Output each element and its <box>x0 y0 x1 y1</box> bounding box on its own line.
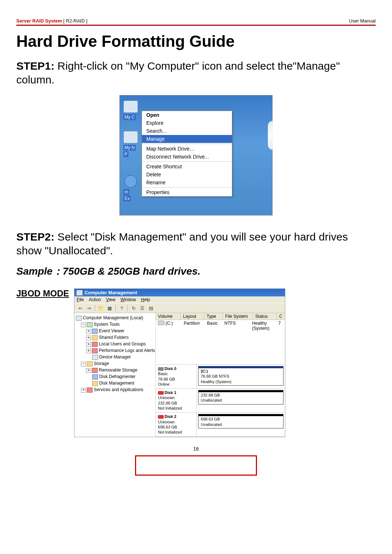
ctx-map-drive[interactable]: Map Network Drive... <box>142 145 232 153</box>
menu-help[interactable]: Help <box>141 297 150 302</box>
menu-view[interactable]: View <box>106 297 115 302</box>
toolbar-refresh[interactable]: ↻ <box>130 304 137 312</box>
my-computer-label: My C <box>123 114 136 120</box>
vol-type: Basic <box>207 321 224 331</box>
tree-services[interactable]: +Services and Applications <box>76 386 154 393</box>
model: [ R2-RAID ] <box>63 18 87 24</box>
menu-action[interactable]: Action <box>89 297 101 302</box>
col-status[interactable]: Status <box>253 313 277 320</box>
ctx-explore[interactable]: Explore <box>142 119 232 127</box>
tree-local-users[interactable]: +Local Users and Groups <box>76 341 154 347</box>
cm-toolbar: ⇐ ⇒ 📁 ▦ ? ↻ ☰ ▤ <box>74 303 285 313</box>
disk0-info[interactable]: Disk 0 Basic 76.68 GB Online <box>156 365 197 388</box>
toolbar-up[interactable]: 📁 <box>97 304 105 312</box>
network-icon <box>123 131 138 143</box>
my-computer-desktop-icon[interactable]: My C <box>123 100 138 120</box>
cm-menubar: File Action View Window Help <box>74 296 285 303</box>
menu-file[interactable]: File <box>77 297 83 302</box>
col-layout[interactable]: Layout <box>181 313 204 320</box>
ctx-manage[interactable]: Manage <box>142 135 232 143</box>
wallpaper-cloud <box>268 121 273 150</box>
toolbar-props-icon[interactable]: ☰ <box>139 304 146 312</box>
my-network-desktop-icon[interactable]: My N P <box>123 131 138 157</box>
tree-system-tools[interactable]: −System Tools <box>76 321 154 328</box>
expand-icon[interactable]: + <box>81 388 86 393</box>
page-title: Hard Drive Formatting Guide <box>16 32 376 50</box>
cm-title-text: Computer Management <box>85 290 137 295</box>
col-type[interactable]: Type <box>204 313 223 320</box>
volume-row[interactable]: (C:) Partition Basic NTFS Healthy (Syste… <box>156 320 285 332</box>
disk-icon <box>158 415 164 419</box>
ctx-create-shortcut[interactable]: Create Shortcut <box>142 163 232 171</box>
step1-label: STEP1: <box>16 60 54 72</box>
computer-icon <box>76 316 82 321</box>
tree-perf-logs[interactable]: +Performance Logs and Alerts <box>76 347 154 354</box>
context-menu: Open Explore Search... Manage Map Networ… <box>142 111 232 197</box>
desktop-icons: My C My N P In Ex <box>123 100 138 212</box>
ctx-disconnect-drive[interactable]: Disconnect Network Drive... <box>142 153 232 161</box>
ctx-rename[interactable]: Rename <box>142 178 232 186</box>
disk-panel: Disk 0 Basic 76.68 GB Online (C:) 76.68 … <box>156 364 285 437</box>
header-left: Server RAID System [ R2-RAID ] <box>16 18 87 24</box>
menu-window[interactable]: Window <box>121 297 136 302</box>
toolbar-sep <box>127 305 128 311</box>
col-filesystem[interactable]: File System <box>223 313 253 320</box>
jbod-heading: JBOD MODE <box>16 288 69 299</box>
ctx-separator <box>142 144 232 144</box>
toolbar-view[interactable]: ▦ <box>106 304 113 312</box>
tree-disk-defrag[interactable]: Disk Defragmenter <box>76 373 154 380</box>
ie-label-l1: In <box>123 189 129 195</box>
removable-icon <box>92 368 98 373</box>
toolbar-forward[interactable]: ⇒ <box>85 304 93 312</box>
expand-icon[interactable]: + <box>86 329 91 334</box>
ctx-delete[interactable]: Delete <box>142 171 232 178</box>
tree-shared-folders[interactable]: +Shared Folders <box>76 334 154 341</box>
perf-icon <box>92 348 98 353</box>
red-highlight-box <box>135 455 257 476</box>
ctx-properties[interactable]: Properties <box>142 188 232 196</box>
disk-icon <box>158 367 164 371</box>
partition-stripe <box>199 366 283 368</box>
ctx-open[interactable]: Open <box>142 111 232 119</box>
toolbar-extra-icon[interactable]: ▤ <box>147 304 155 312</box>
disk0-partition[interactable]: (C:) 76.68 GB NTFS Healthy (System) <box>198 366 283 386</box>
collapse-icon[interactable]: − <box>81 362 86 366</box>
disk1-partition[interactable]: 232.88 GB Unallocated <box>198 390 283 405</box>
my-network-label-l2: P <box>123 151 128 157</box>
collapse-icon[interactable]: − <box>81 323 86 327</box>
expand-icon[interactable]: + <box>86 368 91 373</box>
ctx-search[interactable]: Search... <box>142 127 232 135</box>
header-right: User Manual <box>349 18 376 24</box>
disk-row: Disk 2 Unknown 698.63 GB Not Initialized… <box>156 413 285 436</box>
ie-desktop-icon[interactable]: In Ex <box>123 175 138 201</box>
disk2-info[interactable]: Disk 2 Unknown 698.63 GB Not Initialized <box>156 413 197 436</box>
expand-icon[interactable]: + <box>86 342 91 347</box>
vol-layout: Partition <box>184 321 207 331</box>
expand-icon[interactable]: + <box>86 349 91 353</box>
volume-list-header: Volume Layout Type File System Status C <box>156 313 285 320</box>
toolbar-help[interactable]: ? <box>118 304 125 312</box>
step2-body: Select "Disk Management" and you will se… <box>16 231 348 257</box>
expand-icon[interactable]: + <box>86 336 91 340</box>
disk1-info[interactable]: Disk 1 Unknown 232.88 GB Not Initialized <box>156 389 197 412</box>
tree-storage[interactable]: −Storage <box>76 360 154 367</box>
tree-root[interactable]: Computer Management (Local) <box>76 315 154 321</box>
col-volume[interactable]: Volume <box>156 313 181 320</box>
computer-icon <box>123 100 138 113</box>
vol-name: (C:) <box>166 321 184 331</box>
col-c[interactable]: C <box>277 313 285 320</box>
folder-icon <box>92 335 98 340</box>
tree-device-manager[interactable]: Device Manager <box>76 354 154 360</box>
disk2-partition[interactable]: 698.63 GB Unallocated <box>198 414 283 428</box>
toolbar-back[interactable]: ⇐ <box>77 304 84 312</box>
partition-stripe <box>199 390 283 392</box>
tree-event-viewer[interactable]: +Event Viewer <box>76 328 154 334</box>
tree-disk-management[interactable]: Disk Management <box>76 380 154 386</box>
step2-text: STEP2: Select "Disk Management" and you … <box>16 230 376 257</box>
my-network-label-l1: My N <box>123 145 136 151</box>
page-number: 16 <box>16 446 376 452</box>
vol-status: Healthy (System) <box>252 321 278 331</box>
tree-removable-storage[interactable]: +Removable Storage <box>76 367 154 373</box>
users-icon <box>92 342 98 347</box>
step1-body: Right-click on "My Computer" icon and se… <box>16 60 340 86</box>
